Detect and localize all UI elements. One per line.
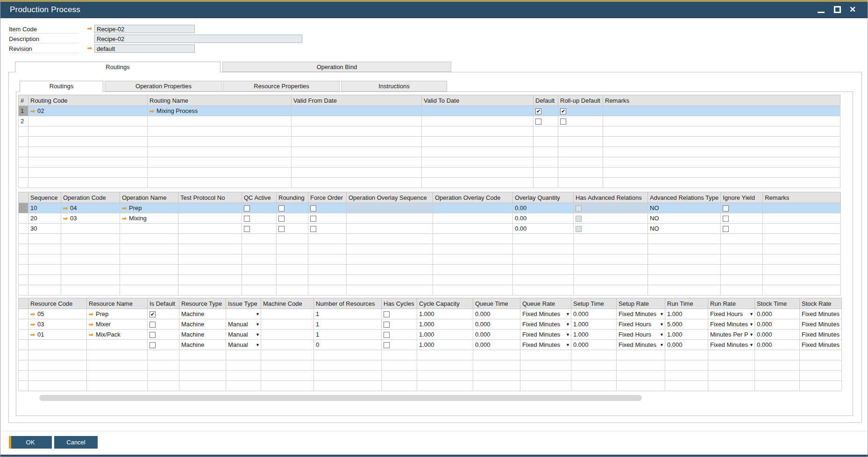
overlay-quantity-cell[interactable]: 0.00 — [513, 203, 574, 213]
setup-rate-cell[interactable]: Fixed Hours▼ — [617, 319, 665, 330]
default-cell[interactable] — [534, 178, 558, 188]
row-selector[interactable] — [19, 340, 28, 350]
qc-active-checkbox[interactable] — [244, 226, 250, 232]
operation-name-cell[interactable] — [120, 224, 178, 234]
issue-type-cell[interactable]: Manual▼ — [226, 330, 261, 340]
stock-time-cell[interactable] — [755, 360, 800, 371]
operation-name-cell[interactable] — [120, 275, 178, 285]
has-cycles-checkbox[interactable] — [384, 332, 390, 338]
queue-time-cell[interactable]: 0.000 — [473, 330, 520, 340]
queue-rate-cell[interactable] — [520, 381, 571, 391]
operation-code-cell[interactable] — [61, 285, 120, 295]
sequence-cell[interactable]: 10 — [28, 203, 61, 213]
stock-rate-cell[interactable] — [800, 381, 842, 391]
overlay-quantity-cell[interactable] — [513, 285, 574, 295]
resource-name-link-arrow-icon[interactable]: ➡ — [89, 311, 93, 317]
force-order-cell[interactable] — [308, 265, 347, 275]
row-selector[interactable] — [19, 178, 28, 188]
setup-rate-dropdown-icon[interactable]: ▼ — [660, 322, 664, 327]
resource-code-cell[interactable] — [28, 350, 87, 360]
cycle-capacity-cell[interactable] — [417, 371, 473, 381]
force-order-cell[interactable] — [308, 254, 347, 265]
setup-rate-cell[interactable] — [617, 371, 665, 381]
run-rate-dropdown-icon[interactable]: ▼ — [749, 322, 754, 327]
ignore-yield-cell[interactable] — [721, 224, 763, 234]
roll-up-default-cell[interactable] — [558, 168, 603, 178]
row-selector[interactable] — [19, 157, 28, 168]
valid-from-date-cell[interactable] — [292, 137, 422, 147]
rounding-checkbox[interactable] — [278, 205, 285, 211]
resource-name-link-arrow-icon[interactable]: ➡ — [89, 331, 93, 338]
is-default-cell[interactable] — [148, 360, 179, 371]
sequence-cell[interactable] — [28, 275, 61, 285]
remarks-cell[interactable] — [603, 137, 840, 147]
valid-from-date-cell[interactable] — [292, 168, 422, 178]
operation-code-cell[interactable] — [61, 224, 120, 234]
roll-up-default-cell[interactable] — [558, 127, 603, 137]
has-cycles-checkbox[interactable] — [384, 322, 390, 328]
valid-from-date-cell[interactable] — [292, 178, 422, 188]
resource-code-cell[interactable] — [28, 360, 87, 371]
row-selector[interactable]: 2 — [19, 116, 28, 127]
resource-name-cell[interactable]: ➡Prep — [87, 309, 148, 319]
is-default-cell[interactable] — [148, 319, 179, 330]
routing-name-cell[interactable] — [148, 178, 292, 188]
rounding-cell[interactable] — [277, 224, 308, 234]
resource-code-cell[interactable] — [28, 340, 87, 350]
issue-type-cell[interactable] — [226, 350, 261, 360]
rounding-cell[interactable] — [277, 265, 308, 275]
run-rate-dropdown-icon[interactable]: ▼ — [749, 332, 754, 337]
has-cycles-cell[interactable] — [382, 309, 417, 319]
operation-overlay-code-cell[interactable] — [433, 234, 513, 244]
routing-name-cell[interactable] — [148, 147, 292, 157]
advanced-relations-type-cell[interactable]: NO — [648, 213, 721, 224]
test-protocol-no-cell[interactable] — [178, 213, 242, 224]
roll-up-default-cell[interactable]: ✔ — [558, 106, 603, 116]
remarks-cell[interactable] — [763, 254, 841, 265]
remarks-cell[interactable] — [763, 213, 841, 224]
machine-code-cell[interactable] — [261, 371, 314, 381]
row-selector[interactable] — [19, 137, 28, 147]
ignore-yield-cell[interactable] — [721, 203, 763, 213]
operation-code-cell[interactable] — [61, 234, 120, 244]
has-cycles-cell[interactable] — [382, 319, 417, 330]
force-order-cell[interactable] — [308, 244, 347, 254]
has-cycles-cell[interactable] — [382, 381, 417, 391]
queue-time-cell[interactable]: 0.000 — [473, 340, 520, 350]
queue-time-cell[interactable] — [473, 350, 520, 360]
test-protocol-no-cell[interactable] — [178, 265, 242, 275]
has-cycles-cell[interactable] — [382, 330, 417, 340]
overlay-quantity-cell[interactable] — [513, 265, 574, 275]
routing-name-cell[interactable]: ➡Mixing Process — [148, 106, 292, 116]
run-time-cell[interactable]: 0.000 — [665, 340, 708, 350]
item-code-link-arrow-icon[interactable]: ➡ — [87, 25, 92, 32]
issue-type-dropdown-icon[interactable]: ▼ — [256, 343, 260, 347]
operation-name-cell[interactable] — [120, 244, 178, 254]
routing-code-cell[interactable] — [28, 127, 148, 137]
force-order-cell[interactable] — [308, 224, 347, 234]
sequence-cell[interactable]: 30 — [28, 224, 61, 234]
valid-from-date-cell[interactable] — [292, 127, 422, 137]
resource-code-link-arrow-icon[interactable]: ➡ — [30, 311, 35, 317]
default-cell[interactable] — [534, 157, 558, 168]
default-cell[interactable] — [534, 116, 558, 127]
queue-rate-cell[interactable]: Fixed Minutes▼ — [520, 330, 571, 340]
resource-name-cell[interactable] — [87, 340, 148, 350]
queue-rate-cell[interactable] — [520, 350, 571, 360]
row-selector[interactable] — [19, 265, 28, 275]
row-selector[interactable] — [19, 381, 28, 391]
remarks-cell[interactable] — [603, 147, 840, 157]
run-time-cell[interactable]: 1.000 — [665, 330, 708, 340]
routing-name-cell[interactable] — [148, 137, 292, 147]
issue-type-cell[interactable] — [226, 381, 261, 391]
stock-time-cell[interactable]: 0.000 — [755, 319, 800, 330]
resource-name-link-arrow-icon[interactable]: ➡ — [89, 321, 93, 328]
run-rate-cell[interactable] — [708, 371, 755, 381]
stock-time-cell[interactable]: 0.000 — [755, 330, 800, 340]
test-protocol-no-cell[interactable] — [178, 275, 242, 285]
setup-time-cell[interactable]: 1.000 — [571, 330, 617, 340]
operation-name-link-arrow-icon[interactable]: ➡ — [122, 205, 127, 211]
remarks-cell[interactable] — [763, 234, 841, 244]
ignore-yield-cell[interactable] — [721, 265, 763, 275]
remarks-cell[interactable] — [603, 178, 840, 188]
